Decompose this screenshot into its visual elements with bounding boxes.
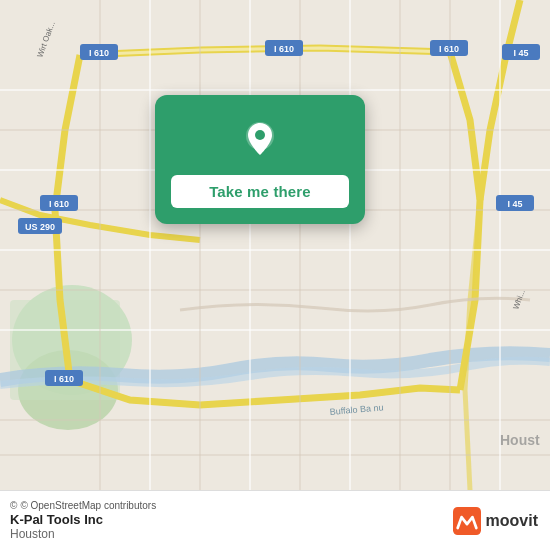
svg-point-43: [255, 130, 265, 140]
map-background: I 610 I 610 I 610 I 610 I 610 I 45 I 45 …: [0, 0, 550, 490]
place-city: Houston: [10, 527, 55, 541]
place-info: K-Pal Tools Inc Houston: [10, 512, 156, 541]
map-container: I 610 I 610 I 610 I 610 I 610 I 45 I 45 …: [0, 0, 550, 490]
svg-text:I 610: I 610: [49, 199, 69, 209]
bottom-bar: © © OpenStreetMap contributors K-Pal Too…: [0, 490, 550, 550]
take-me-there-button[interactable]: Take me there: [171, 175, 349, 208]
svg-text:I 610: I 610: [274, 44, 294, 54]
place-name: K-Pal Tools Inc: [10, 512, 103, 527]
attribution-text: © © OpenStreetMap contributors: [10, 500, 156, 511]
moovit-icon: [453, 507, 481, 535]
moovit-logo: moovit: [453, 507, 538, 535]
svg-text:I 45: I 45: [507, 199, 522, 209]
svg-rect-44: [453, 507, 481, 535]
popup-card: Take me there: [155, 95, 365, 224]
svg-text:I 45: I 45: [513, 48, 528, 58]
location-pin-icon: [234, 113, 286, 165]
svg-text:I 610: I 610: [54, 374, 74, 384]
moovit-label: moovit: [486, 512, 538, 530]
svg-text:I 610: I 610: [439, 44, 459, 54]
svg-text:I 610: I 610: [89, 48, 109, 58]
svg-text:Houst: Houst: [500, 432, 540, 448]
svg-text:US 290: US 290: [25, 222, 55, 232]
